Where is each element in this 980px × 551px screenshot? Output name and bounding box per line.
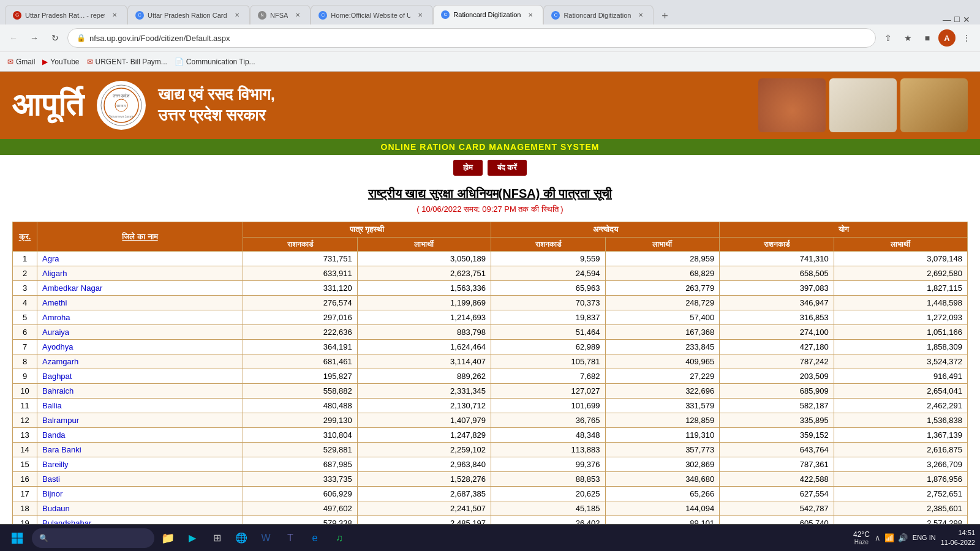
start-button[interactable] <box>5 526 29 550</box>
clock-date: 11-06-2022 <box>941 538 975 547</box>
bookmark-gmail[interactable]: ✉ Gmail <box>7 58 35 66</box>
taskbar-chrome[interactable]: 🌐 <box>230 527 252 549</box>
cell-district[interactable]: Agra <box>37 252 243 266</box>
cell-ant-lab: 28,959 <box>605 252 720 266</box>
emblem-svg: उत्तर प्रदेश सरकार Satyameva Jayate <box>100 84 143 127</box>
forward-button[interactable]: → <box>26 29 43 47</box>
cell-ant-rc: 45,185 <box>491 501 605 516</box>
cell-yog-lab: 1,536,838 <box>834 413 967 428</box>
cell-pg-rc: 731,751 <box>243 252 358 266</box>
language-indicator[interactable]: ENG IN <box>913 533 936 542</box>
cell-district[interactable]: Bara Banki <box>37 443 243 457</box>
bookmarks-bar: ✉ Gmail ▶ YouTube ✉ URGENT- Bill Paym...… <box>0 51 980 71</box>
cell-district[interactable]: Banda <box>37 428 243 443</box>
cell-district[interactable]: Baghpat <box>37 369 243 384</box>
taskbar-search[interactable]: 🔍 <box>32 528 154 548</box>
taskbar-meet[interactable]: ▶ <box>181 527 203 549</box>
taskbar-apps[interactable]: ⊞ <box>206 527 228 549</box>
taskbar-spotify[interactable]: ♫ <box>328 527 350 549</box>
cell-district[interactable]: Bareilly <box>37 457 243 472</box>
system-clock[interactable]: 14:51 11-06-2022 <box>941 528 975 547</box>
cell-yog-rc: 658,505 <box>720 266 834 281</box>
cell-district[interactable]: Basti <box>37 472 243 487</box>
table-row: 5 Amroha 297,016 1,214,693 19,837 57,400… <box>13 310 968 325</box>
cell-district[interactable]: Budaun <box>37 501 243 516</box>
tab-3-close[interactable]: ✕ <box>293 10 303 20</box>
cell-pg-rc: 333,735 <box>243 472 358 487</box>
table-row: 18 Budaun 497,602 2,241,507 45,185 144,0… <box>13 501 968 516</box>
cell-district[interactable]: Bahraich <box>37 384 243 399</box>
arrow-up-icon[interactable]: ∧ <box>875 533 881 542</box>
cell-pg-lab: 1,563,336 <box>357 281 491 296</box>
tab-2-close[interactable]: ✕ <box>232 10 242 20</box>
tab-2[interactable]: C Uttar Pradesh Ration Card ... ✕ <box>127 5 250 24</box>
minimize-btn[interactable]: — <box>943 15 951 24</box>
tab-4[interactable]: C Home:Official Website of U... ✕ <box>311 5 433 24</box>
refresh-button[interactable]: ↻ <box>47 29 64 47</box>
cell-district[interactable]: Auraiya <box>37 325 243 340</box>
weather-widget[interactable]: 42°C Haze <box>853 530 870 545</box>
cell-ant-lab: 128,859 <box>605 413 720 428</box>
bookmark-youtube[interactable]: ▶ YouTube <box>42 58 79 66</box>
bookmark-comm[interactable]: 📄 Communication Tip... <box>175 58 255 66</box>
cell-district[interactable]: Ambedkar Nagar <box>37 281 243 296</box>
cell-yog-lab: 2,385,601 <box>834 501 967 516</box>
close-button[interactable]: बंद करें <box>488 160 527 176</box>
cell-district[interactable]: Ballia <box>37 399 243 413</box>
new-tab-button[interactable]: + <box>656 7 673 24</box>
table-row: 11 Ballia 480,488 2,130,712 101,699 331,… <box>13 399 968 413</box>
cell-yog-lab: 3,266,709 <box>834 457 967 472</box>
tab-5[interactable]: C Rationcard Digitization ✕ <box>433 5 543 24</box>
cell-pg-rc: 222,636 <box>243 325 358 340</box>
taskbar-teams[interactable]: T <box>279 527 301 549</box>
header-left: आपूर्ति उत्तर प्रदेश सरकार Satyameva Jay… <box>12 81 275 130</box>
volume-icon[interactable]: 🔊 <box>898 533 908 542</box>
taskbar-edge[interactable]: e <box>304 527 326 549</box>
home-button[interactable]: होम <box>453 160 483 176</box>
share-button[interactable]: ⇧ <box>880 29 897 47</box>
taskbar-right: 42°C Haze ∧ 📶 🔊 ENG IN 14:51 11-06-2022 <box>853 528 975 547</box>
cell-ant-rc: 99,376 <box>491 457 605 472</box>
cell-district[interactable]: Ayodhya <box>37 340 243 354</box>
chrome-icon-6: C <box>551 11 560 20</box>
cell-yog-rc: 542,787 <box>720 501 834 516</box>
cell-district[interactable]: Azamgarh <box>37 354 243 369</box>
maximize-btn[interactable]: ☐ <box>954 15 960 24</box>
tab-4-close[interactable]: ✕ <box>415 10 425 20</box>
taskbar-word[interactable]: W <box>255 527 277 549</box>
cell-ant-rc: 65,963 <box>491 281 605 296</box>
table-row: 2 Aligarh 633,911 2,623,751 24,594 68,82… <box>13 266 968 281</box>
profile-area[interactable]: A <box>938 29 956 47</box>
more-menu-button[interactable]: ⋮ <box>958 29 975 47</box>
cell-ant-rc: 62,989 <box>491 340 605 354</box>
chrome-icon-2: C <box>135 11 144 20</box>
cell-pg-rc: 364,191 <box>243 340 358 354</box>
network-icon[interactable]: 📶 <box>884 533 894 542</box>
cell-sno: 7 <box>13 340 37 354</box>
back-button[interactable]: ← <box>5 29 22 47</box>
nav-actions: ⇧ ★ ■ A ⋮ <box>880 29 975 47</box>
tab-6-close[interactable]: ✕ <box>636 10 646 20</box>
address-bar[interactable]: 🔒 nfsa.up.gov.in/Food/citizen/Default.as… <box>67 28 876 48</box>
tab-6[interactable]: C Rationcard Digitization ✕ <box>543 5 654 24</box>
bookmark-button[interactable]: ★ <box>899 29 916 47</box>
cell-district[interactable]: Amethi <box>37 296 243 310</box>
tab-5-close[interactable]: ✕ <box>526 10 535 20</box>
bookmark-urgent[interactable]: ✉ URGENT- Bill Paym... <box>87 58 167 66</box>
header-banner: आपूर्ति उत्तर प्रदेश सरकार Satyameva Jay… <box>0 72 980 139</box>
taskbar-file-explorer[interactable]: 📁 <box>157 527 179 549</box>
cell-yog-lab: 3,079,148 <box>834 252 967 266</box>
tab-1-close[interactable]: ✕ <box>110 10 119 20</box>
th-patra-gruhasthi: पात्र गृहस्थी <box>243 222 491 238</box>
cell-district[interactable]: Aligarh <box>37 266 243 281</box>
close-btn[interactable]: ✕ <box>963 15 970 24</box>
cell-district[interactable]: Balrampur <box>37 413 243 428</box>
cell-yog-rc: 359,152 <box>720 428 834 443</box>
cell-district[interactable]: Amroha <box>37 310 243 325</box>
tab-1[interactable]: G Uttar Pradesh Rat... - repeti ✕ <box>5 5 127 24</box>
tab-3[interactable]: N NFSA ✕ <box>250 5 311 24</box>
cell-ant-lab: 248,729 <box>605 296 720 310</box>
extension-button[interactable]: ■ <box>919 29 936 47</box>
cell-ant-rc: 19,837 <box>491 310 605 325</box>
cell-district[interactable]: Bijnor <box>37 487 243 501</box>
